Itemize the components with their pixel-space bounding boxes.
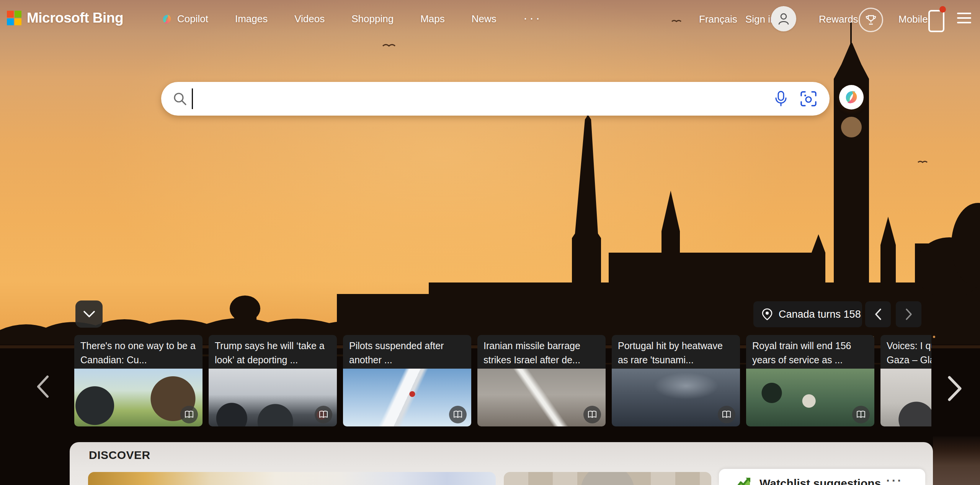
news-card-title: Pilots suspended after another ... (343, 335, 471, 369)
watchlist-header: Watchlist suggestions (736, 476, 881, 485)
open-article-button[interactable] (180, 406, 198, 423)
news-card-title: Portugal hit by heatwave as rare 'tsunam… (612, 335, 740, 369)
open-article-button[interactable] (852, 406, 870, 423)
news-card-title: Voices: I qu Gaza – Gla (880, 335, 931, 369)
news-card[interactable]: There's no one way to be a Canadian: Cu.… (74, 335, 203, 426)
visual-search-icon[interactable] (800, 90, 817, 107)
news-card-image-missile-trail (477, 369, 606, 426)
chevron-down-icon (82, 310, 96, 319)
news-card[interactable]: Trump says he will ‘take a look’ at depo… (209, 335, 337, 426)
stock-chart-icon (736, 476, 751, 485)
copilot-launcher-button[interactable] (839, 85, 864, 109)
news-card[interactable]: Portugal hit by heatwave as rare 'tsunam… (612, 335, 740, 426)
carousel-previous-arrow[interactable] (34, 374, 51, 399)
language-toggle[interactable]: Français (699, 13, 737, 25)
news-card-title: Iranian missile barrage strikes Israel a… (477, 335, 606, 369)
open-book-icon (319, 411, 328, 418)
search-bar (161, 82, 830, 116)
watchlist-title: Watchlist suggestions (760, 477, 881, 485)
open-book-icon (588, 411, 597, 418)
open-book-icon (185, 411, 194, 418)
discover-card-food[interactable] (88, 472, 496, 485)
news-card-title: There's no one way to be a Canadian: Cu.… (74, 335, 203, 369)
rewards-trophy-icon[interactable] (859, 8, 883, 32)
watchlist-more-menu[interactable]: ··· (886, 474, 903, 485)
open-book-icon (856, 411, 866, 418)
open-article-button[interactable] (583, 406, 601, 423)
news-card-image-press (209, 369, 337, 426)
news-card-image-microphones (880, 369, 931, 426)
discover-panel: DISCOVER Watchlist suggestions ··· (70, 442, 933, 485)
news-card-image-storm-clouds (612, 369, 740, 426)
news-card[interactable]: Iranian missile barrage strikes Israel a… (477, 335, 606, 426)
text-cursor (192, 88, 193, 109)
news-card[interactable]: Voices: I qu Gaza – Gla (880, 335, 931, 426)
collapse-feed-button[interactable] (75, 300, 103, 328)
open-article-button[interactable] (449, 406, 467, 423)
top-navigation: Microsoft Bing Copilot (0, 0, 980, 38)
mobile-button[interactable]: Mobile (898, 13, 928, 25)
person-icon (776, 11, 791, 26)
news-card[interactable]: Pilots suspended after another ... (343, 335, 471, 426)
news-carousel: There's no one way to be a Canadian: Cu.… (74, 335, 931, 426)
open-book-icon (453, 411, 462, 418)
chevron-left-icon (874, 308, 882, 321)
open-article-button[interactable] (315, 406, 332, 423)
location-pin-icon (762, 308, 773, 320)
account-area: Français Sign in Rewards Mobile (0, 0, 980, 38)
discover-card-person[interactable] (504, 472, 711, 485)
carousel-next-arrow[interactable] (945, 375, 965, 402)
news-card-image-moose (74, 369, 203, 426)
rewards-button[interactable]: Rewards (819, 13, 858, 25)
chevron-right-icon (905, 308, 913, 321)
news-card-title: Trump says he will ‘take a look’ at depo… (209, 335, 337, 369)
search-icon (172, 91, 188, 107)
watchlist-suggestions-card[interactable]: Watchlist suggestions ··· (719, 469, 925, 485)
image-trivia-button[interactable]: Canada turns 158 (753, 301, 862, 327)
hamburger-menu-icon[interactable] (957, 13, 971, 25)
microphone-icon[interactable] (773, 90, 789, 107)
bing-homepage: Microsoft Bing Copilot (0, 0, 980, 485)
clock-face (841, 117, 862, 137)
next-image-button[interactable] (896, 301, 921, 327)
news-card[interactable]: Royal train will end 156 years of servic… (746, 335, 874, 426)
mobile-phone-icon[interactable] (928, 8, 943, 29)
open-book-icon (722, 411, 731, 418)
news-card-image-royal-train (746, 369, 874, 426)
notification-dot (939, 6, 946, 13)
image-trivia-label: Canada turns 158 (779, 309, 861, 320)
background-table-texture (933, 436, 980, 485)
discover-heading: DISCOVER (89, 449, 150, 462)
profile-avatar[interactable] (771, 6, 796, 31)
news-card-image-airplane (343, 369, 471, 426)
copilot-logo-icon (843, 89, 859, 105)
previous-image-button[interactable] (865, 301, 891, 327)
news-card-title: Royal train will end 156 years of servic… (746, 335, 874, 369)
open-article-button[interactable] (718, 406, 735, 423)
